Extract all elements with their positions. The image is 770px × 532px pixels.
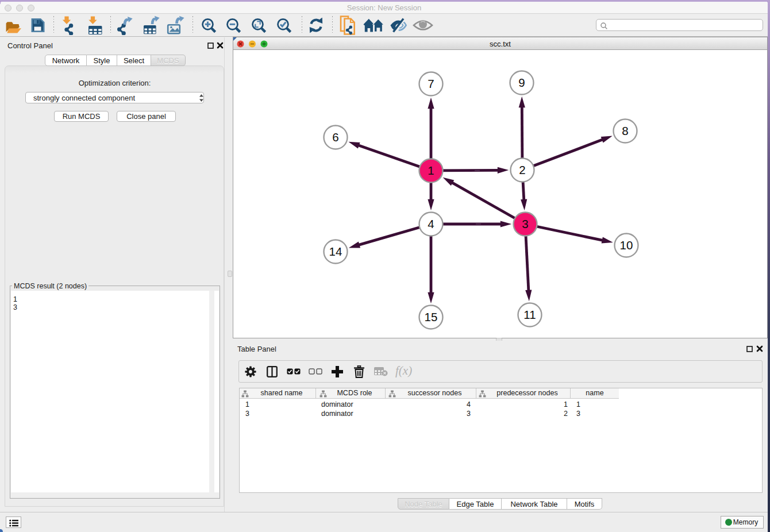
svg-text:11: 11 <box>523 308 536 321</box>
svg-text:6: 6 <box>332 130 338 144</box>
svg-text:7: 7 <box>428 77 434 90</box>
svg-text:1: 1 <box>428 164 434 177</box>
svg-text:2: 2 <box>519 163 525 176</box>
svg-text:8: 8 <box>622 124 628 137</box>
svg-text:15: 15 <box>425 310 438 323</box>
svg-text:3: 3 <box>522 217 528 230</box>
svg-text:9: 9 <box>518 76 525 89</box>
svg-text:14: 14 <box>329 245 342 258</box>
svg-text:10: 10 <box>620 238 633 252</box>
svg-text:4: 4 <box>428 217 434 230</box>
